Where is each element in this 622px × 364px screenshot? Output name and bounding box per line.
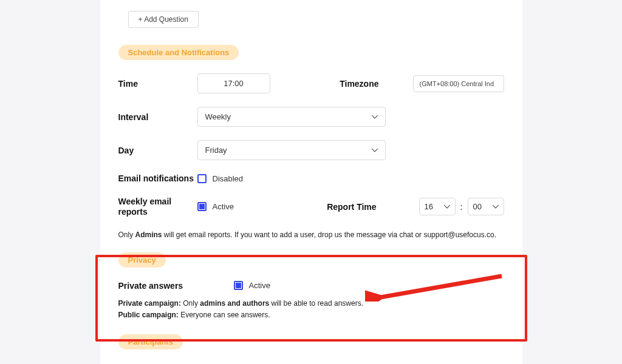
report-time-group: Report Time 16 : 00 xyxy=(327,198,504,215)
admin-note: Only Admins will get email reports. If y… xyxy=(118,231,504,239)
section-heading-participants: Participants xyxy=(118,334,183,349)
time-input[interactable] xyxy=(197,73,270,93)
day-label: Day xyxy=(118,146,197,155)
row-email-notifications: Email notifications Disabled xyxy=(118,174,504,183)
report-minute-select[interactable]: 00 xyxy=(468,198,504,215)
section-heading-privacy: Privacy xyxy=(118,252,166,268)
privacy-help-text: Private campaign: Only admins and author… xyxy=(118,298,504,321)
timezone-label: Timezone xyxy=(340,79,378,89)
time-separator: : xyxy=(460,202,463,212)
time-label: Time xyxy=(118,79,197,89)
day-select[interactable]: Friday xyxy=(197,140,386,160)
add-question-row: + Add Question xyxy=(128,11,504,28)
add-question-button[interactable]: + Add Question xyxy=(128,11,199,28)
row-time: Time Timezone (GMT+08:00) Central Ind xyxy=(118,73,504,93)
row-day: Day Friday xyxy=(118,140,504,160)
interval-label: Interval xyxy=(118,112,197,122)
email-notifications-state: Disabled xyxy=(213,174,244,183)
email-notifications-label: Email notifications xyxy=(118,174,197,183)
interval-select[interactable]: Weekly xyxy=(197,107,386,127)
report-hour-select[interactable]: 16 xyxy=(419,198,456,215)
weekly-reports-label: Weekly email reports xyxy=(118,197,197,217)
timezone-select[interactable]: (GMT+08:00) Central Ind xyxy=(413,75,504,92)
section-heading-schedule: Schedule and Notifications xyxy=(118,45,239,60)
private-answers-state: Active xyxy=(249,281,270,290)
row-weekly-reports: Weekly email reports Active Report Time … xyxy=(118,197,504,217)
weekly-reports-state: Active xyxy=(213,202,234,211)
row-private-answers: Private answers Active xyxy=(118,281,504,291)
timezone-group: Timezone (GMT+08:00) Central Ind xyxy=(340,75,504,92)
email-notifications-checkbox[interactable] xyxy=(197,174,207,183)
row-interval: Interval Weekly xyxy=(118,107,504,127)
weekly-reports-checkbox[interactable] xyxy=(197,202,207,211)
private-answers-label: Private answers xyxy=(118,281,234,291)
settings-panel: + Add Question Schedule and Notification… xyxy=(100,0,522,364)
private-answers-checkbox[interactable] xyxy=(234,281,243,290)
report-time-label: Report Time xyxy=(327,202,376,212)
